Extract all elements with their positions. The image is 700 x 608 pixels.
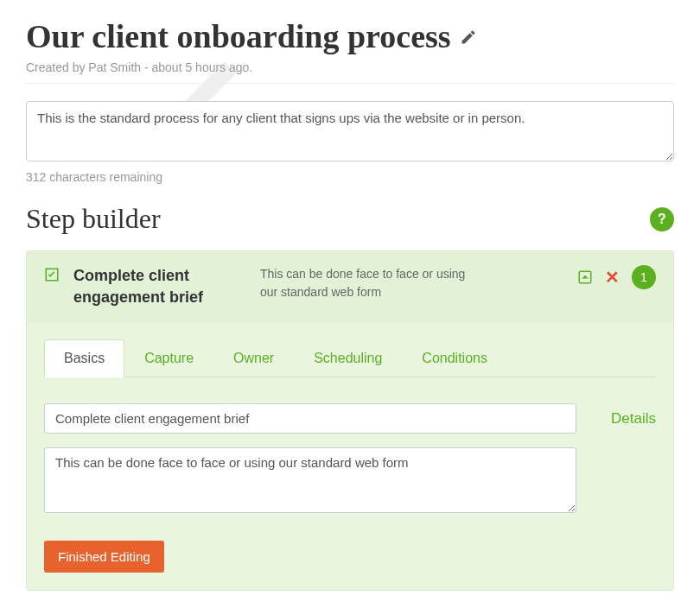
step-header: Complete client engagement brief This ca…	[27, 251, 673, 322]
step-title: Complete client engagement brief	[73, 265, 246, 308]
tab-owner[interactable]: Owner	[213, 339, 294, 377]
tab-capture[interactable]: Capture	[124, 339, 213, 377]
step-body: Basics Capture Owner Scheduling Conditio…	[27, 322, 673, 590]
step-summary-desc: This can be done face to face or using o…	[260, 265, 476, 301]
help-button[interactable]: ?	[650, 207, 674, 231]
title-row: Our client onboarding process	[26, 17, 674, 55]
section-title: Step builder	[26, 203, 161, 235]
step-desc-input[interactable]	[44, 447, 576, 513]
step-name-input[interactable]	[44, 403, 576, 434]
step-builder-header: Step builder ?	[26, 203, 674, 235]
form-col	[44, 403, 576, 516]
task-check-icon	[44, 267, 60, 287]
details-heading: Details	[602, 403, 656, 428]
tab-basics[interactable]: Basics	[44, 339, 124, 377]
delete-step-icon[interactable]: ✕	[605, 269, 620, 286]
step-panel: Complete client engagement brief This ca…	[26, 250, 674, 591]
finished-editing-button[interactable]: Finished Editing	[44, 541, 164, 573]
form-row: Details	[44, 403, 656, 516]
char-remaining-label: 312 characters remaining	[26, 170, 674, 184]
collapse-icon[interactable]	[577, 269, 593, 285]
step-number-badge: 1	[632, 265, 656, 289]
step-actions: ✕ 1	[577, 265, 656, 289]
page-title: Our client onboarding process	[26, 17, 451, 55]
meta-text: Created by Pat Smith - about 5 hours ago…	[26, 60, 674, 74]
tab-conditions[interactable]: Conditions	[402, 339, 507, 377]
process-description-input[interactable]	[26, 101, 674, 162]
tab-scheduling[interactable]: Scheduling	[294, 339, 402, 377]
divider	[26, 83, 674, 84]
step-tabs: Basics Capture Owner Scheduling Conditio…	[44, 339, 656, 377]
edit-title-icon[interactable]	[460, 28, 477, 50]
